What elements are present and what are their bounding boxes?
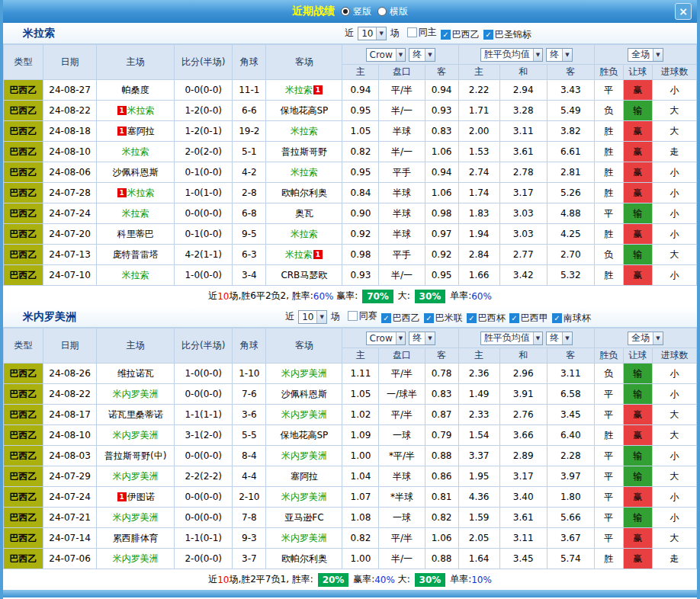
league-cell: 巴西乙 xyxy=(4,245,43,265)
away-odds-cell: 0.88 xyxy=(425,549,458,569)
away-odds-cell: 0.83 xyxy=(425,121,458,142)
avg-home-cell: 1.64 xyxy=(458,549,499,569)
column-header: 比分(半场) xyxy=(175,328,233,364)
away-team-cell: 保地花高SP xyxy=(266,425,342,446)
handicap-line-cell: 半球 xyxy=(379,224,425,245)
avg-draw-cell: 3.40 xyxy=(499,487,547,508)
date-cell: 24-07-28 xyxy=(43,183,97,203)
filter-checkbox[interactable]: ✓巴圣锦标 xyxy=(483,28,531,41)
corner-cell: 7-8 xyxy=(233,508,266,528)
select-value: 全场 xyxy=(631,332,650,344)
filter-checkbox[interactable]: ✓巴西甲 xyxy=(509,312,548,325)
match-row: 巴西乙24-08-17诺瓦里桑蒂诺1-1(1-1)3-6米内罗美洲1.02平/半… xyxy=(4,405,697,425)
corner-cell: 5-1 xyxy=(233,142,266,162)
home-odds-cell: 0.94 xyxy=(342,80,379,101)
goals-result-cell: 走 xyxy=(652,549,696,569)
scope-select[interactable]: 全场 ▼ xyxy=(628,48,663,62)
team-name-text: 保地花高SP xyxy=(280,430,328,440)
avg-header-cell: 胜平负均值 ▼ 终 ▼ xyxy=(458,45,594,65)
corner-cell: 6-3 xyxy=(233,245,266,265)
avg-time-select[interactable]: 终 ▼ xyxy=(546,48,572,62)
filter-checkbox[interactable]: 同赛 xyxy=(348,309,377,322)
avg-type-select[interactable]: 胜平负均值 ▼ xyxy=(480,48,543,62)
summary-segment: 60% xyxy=(471,291,492,302)
scope-select[interactable]: 全场 ▼ xyxy=(628,332,663,345)
team-name-text: 米拉索 xyxy=(291,167,318,178)
home-team-cell: 米内罗美洲 xyxy=(97,384,175,405)
home-odds-cell: 1.00 xyxy=(342,446,379,466)
avg-draw-cell: 3.03 xyxy=(499,203,547,224)
goals-result-cell: 小 xyxy=(652,508,696,528)
filter-checkbox-label: 巴西杯 xyxy=(478,312,506,325)
filter-checkbox[interactable]: ✓巴西杯 xyxy=(467,312,506,325)
avg-home-cell: 2.05 xyxy=(458,528,499,549)
filter-checkbox-label: 南球杯 xyxy=(564,312,591,325)
avg-home-cell: 2.36 xyxy=(458,364,499,384)
filter-checkbox[interactable]: ✓巴西乙 xyxy=(381,312,420,325)
close-button[interactable]: × xyxy=(675,3,692,20)
avg-type-select[interactable]: 胜平负均值 ▼ xyxy=(480,332,543,345)
match-count-select[interactable]: 10 ▼ xyxy=(358,27,387,40)
team-name-text: 米拉索 xyxy=(291,126,318,136)
away-team-cell: CRB马瑟欧 xyxy=(266,265,342,286)
column-header: 比分(半场) xyxy=(175,45,233,80)
match-row: 巴西乙24-08-221米拉索1-2(0-0)6-6保地花高SP0.95半/一0… xyxy=(4,101,697,121)
layout-radio-horizontal[interactable]: 横版 xyxy=(377,5,408,18)
near-label: 近 xyxy=(345,27,354,40)
odds-company-select[interactable]: Crow ▼ xyxy=(366,48,406,62)
layout-radio-vertical[interactable]: 竖版 xyxy=(341,5,371,18)
odds-time-select[interactable]: 终 ▼ xyxy=(409,48,435,62)
corner-cell: 6-6 xyxy=(233,101,266,121)
league-cell: 巴西乙 xyxy=(4,265,43,286)
avg-away-cell: 5.26 xyxy=(547,183,594,203)
corner-cell: 9-5 xyxy=(233,224,266,245)
avg-draw-cell: 3.91 xyxy=(499,384,547,405)
team-name-text: 米拉索 xyxy=(285,85,313,95)
odds-company-select[interactable]: Crow ▼ xyxy=(366,332,406,345)
filter-checkbox[interactable]: ✓巴米联 xyxy=(424,312,463,325)
avg-home-cell: 2.22 xyxy=(458,80,499,101)
away-team-cell: 米拉索1 xyxy=(266,80,342,101)
avg-home-cell: 4.36 xyxy=(458,487,499,508)
handicap-result-cell: 赢 xyxy=(623,183,652,203)
home-team-cell: 1伊图诺 xyxy=(97,487,175,508)
avg-time-select[interactable]: 终 ▼ xyxy=(546,332,572,345)
date-cell: 24-07-14 xyxy=(43,528,97,549)
team-name-text: 庞特普雷塔 xyxy=(113,249,159,260)
summary-segment: 场,胜6平2负2, 胜率: xyxy=(229,290,313,303)
filter-checkbox[interactable]: ✓巴西乙 xyxy=(441,28,480,41)
summary-segment: 30% xyxy=(415,290,446,303)
league-cell: 巴西乙 xyxy=(4,446,43,466)
away-odds-cell: 0.92 xyxy=(425,245,458,265)
summary-segment: 单率: xyxy=(447,573,471,586)
filter-checkbox-label: 同主 xyxy=(419,26,437,39)
score-cell: 1-2(0-0) xyxy=(175,101,233,121)
away-team-cell: 米拉索 xyxy=(266,162,342,183)
avg-home-cell: 1.53 xyxy=(458,142,499,162)
home-odds-cell: 0.82 xyxy=(342,528,379,549)
checkbox-checked-icon: ✓ xyxy=(509,313,519,323)
filter-checkbox[interactable]: 同主 xyxy=(407,26,437,39)
date-cell: 24-08-17 xyxy=(43,405,97,425)
scope-header-cell: 全场 ▼ xyxy=(594,328,696,348)
handicap-result-cell: 赢 xyxy=(623,265,652,286)
filter-checkbox[interactable]: ✓南球杯 xyxy=(552,312,591,325)
avg-home-cell: 1.59 xyxy=(458,508,499,528)
match-count-select[interactable]: 10 ▼ xyxy=(298,310,327,324)
avg-home-cell: 2.00 xyxy=(458,121,499,142)
titlebar: 近期战绩 竖版 横版 × xyxy=(3,0,697,23)
league-cell: 巴西乙 xyxy=(4,425,43,446)
avg-draw-cell: 2.77 xyxy=(499,245,547,265)
team-name-text: 欧帕尔利奥 xyxy=(281,553,327,564)
team-name-text: 米内罗美洲 xyxy=(113,512,159,523)
avg-away-cell: 2.28 xyxy=(547,446,594,466)
summary-segment: 赢率: xyxy=(350,573,374,586)
handicap-result-cell: 输 xyxy=(623,466,652,487)
score-cell: 0-1(0-0) xyxy=(175,162,233,183)
odds-time-select[interactable]: 终 ▼ xyxy=(409,332,435,345)
select-value: Crow xyxy=(370,333,393,344)
date-cell: 24-08-06 xyxy=(43,162,97,183)
avg-draw-cell: 3.03 xyxy=(499,224,547,245)
team-name-text: 沙佩科恩斯 xyxy=(113,167,159,178)
corner-cell: 9-3 xyxy=(233,528,266,549)
